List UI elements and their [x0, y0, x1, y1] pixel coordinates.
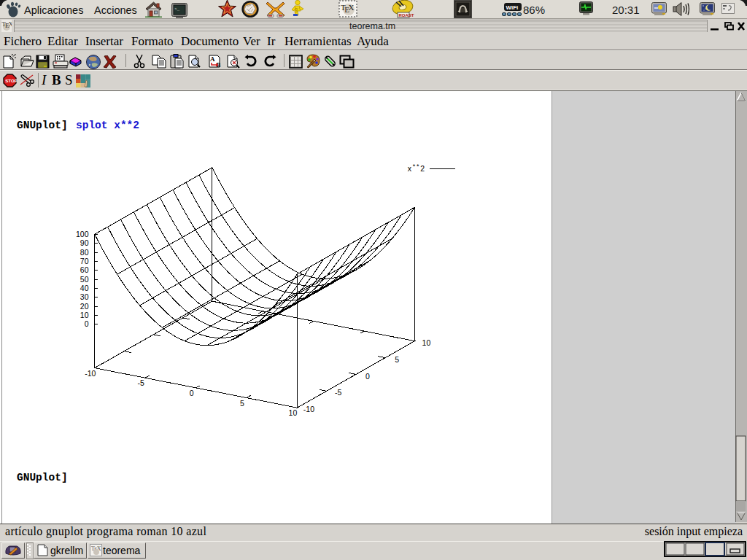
svg-text:-10: -10 [303, 405, 314, 413]
svg-text:x**2: x**2 [408, 163, 426, 173]
svg-text:40: 40 [80, 284, 89, 292]
svg-text:>_: >_ [174, 7, 180, 12]
svg-text:20: 20 [80, 302, 89, 311]
svg-text:5: 5 [395, 355, 399, 364]
svg-text:g: g [295, 7, 298, 12]
svg-text:-5: -5 [335, 388, 341, 397]
svg-text:80: 80 [80, 248, 89, 257]
svg-text:-10: -10 [85, 369, 96, 378]
svg-text:5: 5 [240, 399, 244, 408]
svg-text:0: 0 [365, 372, 370, 381]
svg-text:30: 30 [80, 292, 89, 301]
svg-text:ROAST: ROAST [399, 13, 414, 18]
svg-text:10: 10 [422, 338, 431, 347]
svg-text:10: 10 [289, 408, 298, 417]
svg-text:10: 10 [80, 311, 89, 319]
svg-text:100: 100 [76, 230, 89, 238]
svg-text:0: 0 [190, 389, 194, 397]
svg-text:50: 50 [80, 275, 89, 284]
svg-text:60: 60 [80, 265, 89, 274]
svg-text:0: 0 [85, 319, 89, 328]
svg-text:A: A [210, 55, 215, 63]
svg-text:-5: -5 [138, 378, 144, 387]
svg-text:70: 70 [80, 257, 89, 265]
svg-text:WiFi: WiFi [506, 4, 519, 11]
svg-text:90: 90 [80, 238, 89, 247]
svg-text:STOP: STOP [5, 78, 17, 83]
